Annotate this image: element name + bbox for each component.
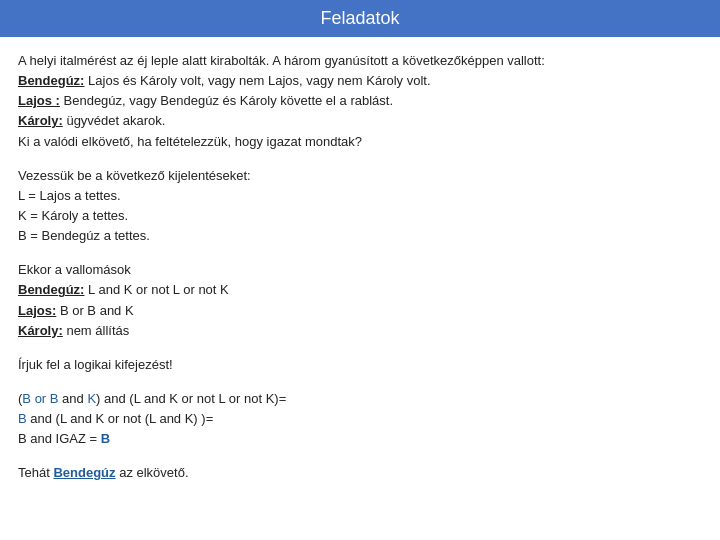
derivation-line3: B and IGAZ = B [18, 429, 702, 449]
conclusion-post: az elkövető. [116, 465, 189, 480]
decl-K: K = Károly a tettes. [18, 206, 702, 226]
bendeguz-label2: Bendegúz: [18, 282, 84, 297]
testimony-lajos: Lajos: B or B and K [18, 301, 702, 321]
karoly-label2: Károly: [18, 323, 63, 338]
derivation-line2: B and (L and K or not (L and K) )= [18, 409, 702, 429]
testimony-bendeguz: Bendegúz: L and K or not L or not K [18, 280, 702, 300]
K-var: K [87, 391, 96, 406]
story-line5: Ki a valódi elkövető, ha feltételezzük, … [18, 132, 702, 152]
page-title: Feladatok [0, 0, 720, 37]
and-keyword2: and (L and K or not (L and K) )= [27, 411, 214, 426]
story-line4: Károly: ügyvédet akarok. [18, 111, 702, 131]
and-keyword1: and [58, 391, 87, 406]
testimonies-intro: Ekkor a vallomások [18, 260, 702, 280]
karoly-label1: Károly: [18, 113, 63, 128]
karoly-formula: nem állítás [63, 323, 129, 338]
story-block: A helyi italmérést az éj leple alatt kir… [18, 51, 702, 152]
B-final-pre: B and IGAZ = [18, 431, 101, 446]
conclusion-name: Bendegúz [53, 465, 115, 480]
conclusion-pre: Tehát [18, 465, 53, 480]
B-final: B [101, 431, 110, 446]
lajos-label1: Lajos : [18, 93, 60, 108]
decl-B: B = Bendegúz a tettes. [18, 226, 702, 246]
story-line2: Bendegúz: Lajos és Károly volt, vagy nem… [18, 71, 702, 91]
derivation-block: (B or B and K) and (L and K or not L or … [18, 389, 702, 449]
testimonies-block: Ekkor a vallomások Bendegúz: L and K or … [18, 260, 702, 341]
main-content: A helyi italmérést az éj leple alatt kir… [0, 51, 720, 484]
declarations-block: Vezessük be a következő kijelentéseket: … [18, 166, 702, 247]
lajos-formula: B or B and K [56, 303, 133, 318]
testimony-karoly: Károly: nem állítás [18, 321, 702, 341]
bendeguz-statement: Lajos és Károly volt, vagy nem Lajos, va… [84, 73, 430, 88]
decl-intro: Vezessük be a következő kijelentéseket: [18, 166, 702, 186]
bendeguz-formula: L and K or not L or not K [84, 282, 228, 297]
paren-close-rest: ) and (L and K or not L or not K)= [96, 391, 286, 406]
bendeguz-label1: Bendegúz: [18, 73, 84, 88]
B-var: B [18, 411, 27, 426]
derivation-line1: (B or B and K) and (L and K or not L or … [18, 389, 702, 409]
lajos-statement: Bendegúz, vagy Bendegúz és Károly követt… [60, 93, 393, 108]
lajos-label2: Lajos: [18, 303, 56, 318]
B-or-B: B or B [22, 391, 58, 406]
conclusion-block: Tehát Bendegúz az elkövető. [18, 463, 702, 483]
decl-L: L = Lajos a tettes. [18, 186, 702, 206]
conclusion-text: Tehát Bendegúz az elkövető. [18, 463, 702, 483]
karoly-statement: ügyvédet akarok. [63, 113, 166, 128]
instruction-text: Írjuk fel a logikai kifejezést! [18, 355, 702, 375]
story-line3: Lajos : Bendegúz, vagy Bendegúz és Károl… [18, 91, 702, 111]
story-line1: A helyi italmérést az éj leple alatt kir… [18, 51, 702, 71]
instruction-block: Írjuk fel a logikai kifejezést! [18, 355, 702, 375]
